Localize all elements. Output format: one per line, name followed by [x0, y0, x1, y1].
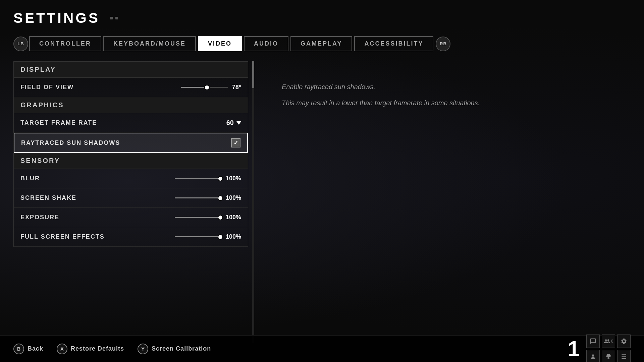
chat-icon — [590, 338, 596, 345]
rss-checkbox[interactable]: ✓ — [231, 138, 240, 147]
ss-label: SCREEN SHAKE — [20, 194, 76, 201]
section-display: DISPLAY — [14, 62, 248, 78]
calibrate-label: Screen Calibration — [152, 345, 211, 352]
fse-control[interactable]: 100% — [175, 233, 241, 240]
tab-accessibility[interactable]: ACCESSIBILITY — [354, 36, 433, 51]
rss-control[interactable]: ✓ — [231, 138, 240, 147]
setting-blur[interactable]: BLUR 100% — [14, 169, 248, 188]
setting-full-screen-effects[interactable]: FULL SCREEN EFFECTS 100% — [14, 227, 248, 247]
hud-icon-row-bottom — [586, 350, 631, 362]
calibrate-icon: Y — [138, 344, 148, 354]
friend-count: 0 — [611, 339, 613, 344]
ss-value: 100% — [226, 194, 241, 201]
fse-label: FULL SCREEN EFFECTS — [20, 233, 105, 240]
setting-screen-shake[interactable]: SCREEN SHAKE 100% — [14, 188, 248, 208]
scrollbar[interactable] — [252, 61, 254, 343]
profile-icon-button[interactable] — [586, 350, 600, 362]
back-icon: B — [13, 344, 24, 354]
blur-value: 100% — [226, 175, 241, 182]
tab-video[interactable]: VIDEO — [198, 36, 242, 51]
fse-slider-thumb[interactable] — [218, 234, 223, 240]
checkbox-checkmark: ✓ — [233, 140, 238, 146]
hud-number: 1 — [568, 338, 580, 360]
content-area: DISPLAY FIELD OF VIEW 78° GRAPHICS — [13, 61, 631, 343]
exposure-slider-thumb[interactable] — [218, 215, 223, 220]
exposure-slider-fill — [175, 217, 220, 218]
ss-slider-track[interactable] — [175, 197, 222, 198]
blur-control[interactable]: 100% — [175, 175, 241, 182]
hud-icon-row-top: 0 — [586, 335, 631, 348]
description-text: Enable raytraced sun shadows. This may r… — [282, 81, 483, 108]
exposure-slider-track[interactable] — [175, 217, 222, 218]
back-label: Back — [28, 345, 43, 352]
blur-slider-thumb[interactable] — [218, 176, 223, 181]
fov-slider-fill — [181, 87, 207, 88]
bottom-right-hud: 1 0 — [568, 335, 631, 362]
setting-exposure[interactable]: EXPOSURE 100% — [14, 208, 248, 227]
ss-control[interactable]: 100% — [175, 194, 241, 201]
fov-value: 78° — [232, 84, 241, 91]
right-bumper[interactable]: RB — [436, 37, 450, 51]
dot-2 — [115, 17, 118, 19]
fov-label: FIELD OF VIEW — [20, 84, 74, 91]
setting-raytraced-sun-shadows[interactable]: RAYTRACED SUN SHADOWS ✓ — [14, 133, 248, 153]
setting-field-of-view[interactable]: FIELD OF VIEW 78° — [14, 78, 248, 97]
profile-icon — [590, 353, 596, 360]
description-line2: This may result in a lower than target f… — [282, 98, 483, 108]
friends-icon-button[interactable]: 0 — [602, 335, 615, 348]
exposure-control[interactable]: 100% — [175, 214, 241, 221]
restore-defaults-button[interactable]: X Restore Defaults — [57, 344, 124, 354]
restore-label: Restore Defaults — [71, 345, 124, 352]
settings-panel: DISPLAY FIELD OF VIEW 78° GRAPHICS — [13, 61, 248, 343]
hud-icons: 0 — [586, 335, 631, 362]
page-title: SETTINGS — [13, 10, 100, 26]
blur-slider-fill — [175, 178, 220, 179]
header-decoration — [110, 17, 118, 19]
fse-value: 100% — [226, 233, 241, 240]
restore-icon: X — [57, 344, 67, 354]
chat-icon-button[interactable] — [586, 335, 600, 348]
tab-keyboard[interactable]: KEYBOARD/MOUSE — [103, 36, 196, 51]
tfr-value: 60 — [226, 119, 234, 127]
tab-controller[interactable]: CONTROLLER — [29, 36, 101, 51]
nav-tabs: LB CONTROLLER KEYBOARD/MOUSE VIDEO AUDIO… — [13, 36, 631, 51]
tfr-label: TARGET FRAME RATE — [20, 119, 97, 126]
dropdown-arrow-icon — [236, 121, 241, 125]
fov-control[interactable]: 78° — [181, 84, 241, 91]
gear-icon — [621, 338, 627, 345]
tab-audio[interactable]: AUDIO — [244, 36, 288, 51]
gear-icon-button[interactable] — [617, 335, 631, 348]
dot-1 — [110, 17, 113, 19]
rss-label: RAYTRACED SUN SHADOWS — [21, 139, 120, 146]
achievement-icon — [605, 353, 612, 360]
blur-label: BLUR — [20, 175, 40, 182]
back-button[interactable]: B Back — [13, 344, 43, 354]
fov-slider-thumb[interactable] — [204, 85, 210, 90]
achievement-icon-button[interactable] — [602, 350, 615, 362]
store-icon — [621, 353, 627, 360]
settings-list: DISPLAY FIELD OF VIEW 78° GRAPHICS — [13, 61, 248, 247]
main-container: SETTINGS LB CONTROLLER KEYBOARD/MOUSE VI… — [0, 0, 644, 362]
description-panel: Enable raytraced sun shadows. This may r… — [268, 61, 631, 343]
fse-slider-track[interactable] — [175, 236, 222, 237]
friends-icon — [604, 338, 610, 345]
section-sensory: SENSORY — [14, 153, 248, 169]
ss-slider-thumb[interactable] — [218, 195, 223, 201]
left-bumper[interactable]: LB — [13, 37, 28, 51]
description-line1: Enable raytraced sun shadows. — [282, 81, 483, 92]
ss-slider-fill — [175, 197, 220, 198]
exposure-label: EXPOSURE — [20, 214, 59, 221]
bottom-actions: B Back X Restore Defaults Y Screen Calib… — [13, 344, 211, 354]
tab-gameplay[interactable]: GAMEPLAY — [290, 36, 352, 51]
exposure-value: 100% — [226, 214, 241, 221]
store-icon-button[interactable] — [617, 350, 631, 362]
screen-calibration-button[interactable]: Y Screen Calibration — [138, 344, 211, 354]
fov-slider-track[interactable] — [181, 87, 228, 88]
tfr-dropdown[interactable]: 60 — [226, 119, 241, 127]
header: SETTINGS — [13, 7, 631, 26]
section-graphics: GRAPHICS — [14, 97, 248, 113]
blur-slider-track[interactable] — [175, 178, 222, 179]
scrollbar-thumb[interactable] — [252, 61, 254, 88]
setting-target-frame-rate[interactable]: TARGET FRAME RATE 60 — [14, 113, 248, 133]
fse-slider-fill — [175, 236, 220, 237]
